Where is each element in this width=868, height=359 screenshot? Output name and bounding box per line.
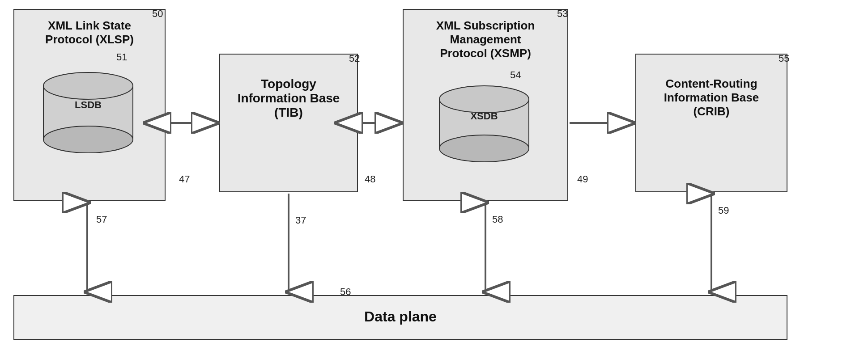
ref-37: 37 (295, 215, 306, 226)
dataplane-box: Data plane (13, 295, 787, 340)
ref-59: 59 (718, 205, 729, 216)
lsdb-cylinder: LSDB (41, 68, 135, 153)
ref-50: 50 (152, 8, 163, 20)
xlsp-box: XML Link State Protocol (XLSP) LSDB (13, 9, 166, 201)
xsmp-box: XML Subscription Management Protocol (XS… (403, 9, 568, 201)
xsdb-label: XSDB (437, 110, 531, 122)
dataplane-label: Data plane (14, 308, 787, 325)
xsdb-cylinder: XSDB (437, 81, 531, 162)
svg-point-5 (439, 135, 529, 162)
svg-point-1 (43, 72, 133, 99)
crib-box: Content-Routing Information Base (CRIB) (635, 54, 787, 192)
crib-title: Content-Routing Information Base (CRIB) (636, 77, 787, 118)
ref-55: 55 (779, 53, 789, 64)
xlsp-title: XML Link State Protocol (XLSP) (14, 19, 165, 46)
lsdb-label: LSDB (41, 99, 135, 111)
ref-54: 54 (510, 69, 521, 81)
ref-51: 51 (116, 51, 127, 63)
diagram-container: XML Link State Protocol (XLSP) LSDB 50 5… (0, 0, 868, 359)
ref-49: 49 (577, 173, 588, 185)
ref-52: 52 (349, 53, 360, 64)
svg-point-2 (43, 126, 133, 153)
ref-57: 57 (96, 214, 107, 225)
xsmp-title: XML Subscription Management Protocol (XS… (404, 19, 567, 60)
ref-56: 56 (340, 286, 351, 298)
ref-48: 48 (365, 173, 375, 185)
ref-53: 53 (557, 8, 568, 20)
ref-47: 47 (179, 173, 190, 185)
ref-58: 58 (492, 214, 503, 225)
tib-box: Topology Information Base (TIB) (219, 54, 358, 192)
svg-point-4 (439, 86, 529, 113)
tib-title: Topology Information Base (TIB) (220, 77, 357, 120)
